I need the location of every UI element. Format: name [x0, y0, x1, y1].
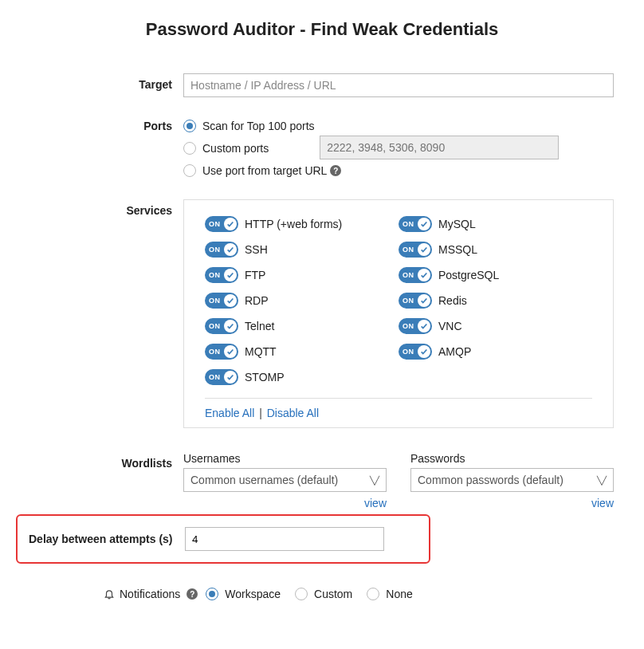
- toggle-on-label: ON: [402, 297, 414, 305]
- toggle-on-label: ON: [209, 220, 220, 228]
- toggle-on-label: ON: [209, 297, 220, 305]
- passwords-label: Passwords: [410, 452, 614, 465]
- service-toggle[interactable]: ON: [205, 293, 238, 309]
- check-icon: [418, 294, 430, 307]
- service-toggle[interactable]: ON: [399, 318, 432, 334]
- target-label: Target: [24, 73, 183, 97]
- service-toggle[interactable]: ON: [399, 293, 432, 309]
- services-panel: ONHTTP (+web forms)ONSSHONFTPONRDPONTeln…: [183, 199, 614, 428]
- toggle-on-label: ON: [402, 220, 414, 228]
- service-toggle[interactable]: ON: [205, 242, 238, 258]
- passwords-select-value: Common passwords (default): [418, 474, 564, 486]
- notif-radio-workspace[interactable]: [206, 588, 218, 600]
- chevron-down-icon: ╲╱: [370, 476, 379, 485]
- service-name: VNC: [438, 320, 462, 332]
- usernames-view-link[interactable]: view: [364, 497, 387, 509]
- ports-radio-top100[interactable]: [183, 120, 196, 132]
- service-toggle[interactable]: ON: [205, 267, 238, 283]
- usernames-select-value: Common usernames (default): [190, 474, 338, 486]
- toggle-on-label: ON: [402, 348, 414, 356]
- notif-radio-custom[interactable]: [295, 588, 308, 600]
- ports-label: Ports: [24, 115, 183, 182]
- toggle-on-label: ON: [402, 246, 414, 254]
- service-item: ONAMQP: [399, 339, 592, 364]
- delay-input[interactable]: [185, 527, 384, 551]
- usernames-label: Usernames: [183, 452, 387, 465]
- target-input[interactable]: [183, 73, 614, 97]
- check-icon: [224, 218, 237, 230]
- service-item: ONPostgreSQL: [399, 262, 592, 288]
- check-icon: [224, 243, 237, 256]
- service-toggle[interactable]: ON: [205, 318, 238, 334]
- disable-all-link[interactable]: Disable All: [267, 407, 319, 419]
- toggle-on-label: ON: [209, 322, 220, 330]
- ports-radio-url-label: Use port from target URL: [202, 164, 327, 177]
- check-icon: [224, 294, 237, 307]
- enable-all-link[interactable]: Enable All: [205, 407, 254, 419]
- notifications-label: Notifications: [120, 588, 180, 600]
- ports-radio-custom[interactable]: [183, 142, 196, 155]
- service-name: MQTT: [245, 345, 277, 358]
- service-toggle[interactable]: ON: [399, 267, 432, 283]
- wordlists-label: Wordlists: [24, 452, 183, 492]
- toggle-on-label: ON: [402, 322, 414, 330]
- service-item: ONMQTT: [205, 339, 399, 364]
- service-toggle[interactable]: ON: [205, 369, 238, 385]
- check-icon: [418, 218, 430, 230]
- service-item: ONTelnet: [205, 313, 399, 339]
- service-item: ONMySQL: [399, 211, 592, 237]
- ports-radio-url[interactable]: [183, 164, 196, 177]
- passwords-view-link[interactable]: view: [591, 497, 614, 509]
- toggle-on-label: ON: [402, 271, 414, 279]
- toggle-on-label: ON: [209, 246, 220, 254]
- toggle-on-label: ON: [209, 373, 220, 381]
- service-name: HTTP (+web forms): [245, 218, 342, 230]
- service-name: MySQL: [438, 218, 476, 230]
- service-item: ONSSH: [205, 237, 399, 262]
- service-toggle[interactable]: ON: [205, 216, 238, 232]
- chevron-down-icon: ╲╱: [597, 476, 607, 485]
- service-toggle[interactable]: ON: [399, 344, 432, 360]
- check-icon: [224, 320, 237, 332]
- delay-label: Delay between attempts (s): [18, 533, 185, 545]
- service-name: Redis: [438, 294, 467, 307]
- passwords-select[interactable]: Common passwords (default) ╲╱: [410, 468, 614, 492]
- service-item: ONFTP: [205, 262, 399, 288]
- notif-radio-custom-label: Custom: [314, 588, 352, 600]
- service-name: STOMP: [245, 371, 285, 384]
- service-item: ONHTTP (+web forms): [205, 211, 399, 237]
- page-title: Password Auditor - Find Weak Credentials: [24, 19, 620, 40]
- check-icon: [224, 371, 237, 384]
- service-toggle[interactable]: ON: [399, 216, 432, 232]
- delay-highlight-box: Delay between attempts (s): [16, 514, 430, 564]
- check-icon: [418, 269, 430, 281]
- check-icon: [224, 345, 237, 358]
- help-icon[interactable]: ?: [187, 588, 198, 600]
- link-separator: |: [259, 407, 262, 419]
- service-name: Telnet: [245, 320, 274, 332]
- service-item: ONSTOMP: [205, 364, 399, 390]
- bell-icon: [104, 588, 115, 600]
- check-icon: [418, 320, 430, 332]
- service-item: ONMSSQL: [399, 237, 592, 262]
- service-toggle[interactable]: ON: [399, 242, 432, 258]
- toggle-on-label: ON: [209, 348, 220, 356]
- services-label: Services: [24, 199, 183, 428]
- check-icon: [418, 345, 430, 358]
- service-name: FTP: [245, 269, 265, 281]
- service-toggle[interactable]: ON: [205, 344, 238, 360]
- service-item: ONRDP: [205, 288, 399, 313]
- service-item: ONRedis: [399, 288, 592, 313]
- service-name: MSSQL: [438, 243, 477, 256]
- check-icon: [224, 269, 237, 281]
- service-name: SSH: [245, 243, 268, 256]
- help-icon[interactable]: ?: [330, 165, 341, 176]
- check-icon: [418, 243, 430, 256]
- notif-radio-none[interactable]: [367, 588, 379, 600]
- toggle-on-label: ON: [209, 271, 220, 279]
- ports-radio-custom-label: Custom ports: [202, 142, 269, 155]
- service-item: ONVNC: [399, 313, 592, 339]
- service-name: PostgreSQL: [438, 269, 499, 281]
- usernames-select[interactable]: Common usernames (default) ╲╱: [183, 468, 387, 492]
- custom-ports-input: [320, 136, 559, 159]
